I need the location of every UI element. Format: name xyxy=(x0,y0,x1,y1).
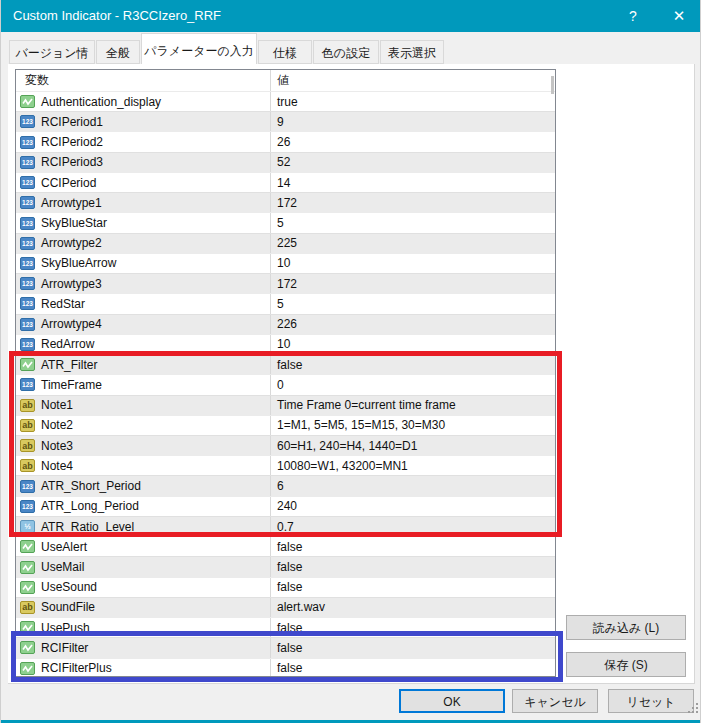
int-type-icon: 123 xyxy=(20,378,35,391)
param-value-cell[interactable]: 52 xyxy=(270,153,555,172)
param-value-cell[interactable]: false xyxy=(270,618,555,637)
table-body: Authentication_displaytrue123RCIPeriod19… xyxy=(16,91,555,677)
table-scrollbar[interactable] xyxy=(551,76,554,94)
param-value-cell[interactable]: true xyxy=(270,92,555,111)
param-name-cell: 123RedStar xyxy=(16,297,270,311)
ok-button[interactable]: OK xyxy=(399,689,505,713)
param-row-SoundFile[interactable]: abSoundFilealert.wav xyxy=(16,597,555,617)
param-row-SkyBlueArrow[interactable]: 123SkyBlueArrow10 xyxy=(16,253,555,273)
param-value-cell[interactable]: false xyxy=(270,355,555,374)
int-type-icon: 123 xyxy=(20,136,35,149)
param-name-cell: 123SkyBlueStar xyxy=(16,216,270,230)
string-type-icon: ab xyxy=(20,399,35,412)
param-value-cell[interactable]: false xyxy=(270,537,555,556)
param-name: RedStar xyxy=(41,297,85,311)
reset-button[interactable]: リセット xyxy=(608,689,694,713)
param-value-cell[interactable]: 5 xyxy=(270,294,555,313)
param-value-cell[interactable]: 14 xyxy=(270,173,555,192)
param-name-cell: 123RedArrow xyxy=(16,337,270,351)
bool-type-icon xyxy=(20,540,35,553)
close-icon[interactable]: ✕ xyxy=(659,0,699,32)
param-row-RCIFilter[interactable]: RCIFilterfalse xyxy=(16,637,555,657)
table-header-row: 変数 値 xyxy=(16,70,555,91)
param-row-ATR_Long_Period[interactable]: 123ATR_Long_Period240 xyxy=(16,496,555,516)
int-type-icon: 123 xyxy=(20,480,35,493)
tab-1[interactable]: 全般 xyxy=(96,40,140,64)
param-row-RCIPeriod3[interactable]: 123RCIPeriod352 xyxy=(16,152,555,172)
resize-grip-icon[interactable] xyxy=(688,703,699,714)
param-value-cell[interactable]: Time Frame 0=current time frame xyxy=(270,396,555,415)
tab-5[interactable]: 表示選択 xyxy=(380,40,444,64)
param-name: Note3 xyxy=(41,439,73,453)
param-row-Arrowtype1[interactable]: 123Arrowtype1172 xyxy=(16,192,555,212)
param-row-SkyBlueStar[interactable]: 123SkyBlueStar5 xyxy=(16,212,555,232)
param-value-cell[interactable]: 172 xyxy=(270,193,555,212)
param-value-cell[interactable]: 6 xyxy=(270,476,555,495)
param-value-cell[interactable]: 172 xyxy=(270,274,555,293)
param-value-cell[interactable]: 26 xyxy=(270,132,555,151)
cancel-button[interactable]: キャンセル xyxy=(512,689,598,713)
param-value-cell[interactable]: 10080=W1, 43200=MN1 xyxy=(270,456,555,475)
param-value-cell[interactable]: 10 xyxy=(270,254,555,273)
param-value-cell[interactable]: 60=H1, 240=H4, 1440=D1 xyxy=(270,436,555,455)
tab-3[interactable]: 仕様 xyxy=(258,40,312,64)
param-row-UseSound[interactable]: UseSoundfalse xyxy=(16,577,555,597)
param-row-ATR_Short_Period[interactable]: 123ATR_Short_Period6 xyxy=(16,475,555,495)
help-icon[interactable]: ? xyxy=(615,0,651,32)
param-row-Note4[interactable]: abNote410080=W1, 43200=MN1 xyxy=(16,455,555,475)
param-name-cell: 123RCIPeriod1 xyxy=(16,115,270,129)
param-row-RedStar[interactable]: 123RedStar5 xyxy=(16,293,555,313)
param-row-RCIPeriod2[interactable]: 123RCIPeriod226 xyxy=(16,131,555,151)
param-name-cell: RCIFilterPlus xyxy=(16,661,270,675)
column-header-variable: 変数 xyxy=(16,70,270,91)
param-row-UseMail[interactable]: UseMailfalse xyxy=(16,556,555,576)
column-header-value: 値 xyxy=(270,70,555,91)
param-value-cell[interactable]: 226 xyxy=(270,315,555,334)
tab-4[interactable]: 色の設定 xyxy=(313,40,379,64)
param-name: Authentication_display xyxy=(41,95,161,109)
custom-indicator-dialog: Custom Indicator - R3CCIzero_RRF ? ✕ バージ… xyxy=(0,0,701,723)
titlebar[interactable]: Custom Indicator - R3CCIzero_RRF ? ✕ xyxy=(1,0,701,32)
param-row-Note2[interactable]: abNote21=M1, 5=M5, 15=M15, 30=M30 xyxy=(16,415,555,435)
param-row-CCIPeriod[interactable]: 123CCIPeriod14 xyxy=(16,172,555,192)
param-row-Note1[interactable]: abNote1Time Frame 0=current time frame xyxy=(16,395,555,415)
param-row-Note3[interactable]: abNote360=H1, 240=H4, 1440=D1 xyxy=(16,435,555,455)
bool-type-icon xyxy=(20,621,35,634)
param-value-cell[interactable]: 0.7 xyxy=(270,517,555,536)
param-value-cell[interactable]: 1=M1, 5=M5, 15=M15, 30=M30 xyxy=(270,416,555,435)
param-value-cell[interactable]: 9 xyxy=(270,112,555,131)
param-row-UsePush[interactable]: UsePushfalse xyxy=(16,617,555,637)
param-value-cell[interactable]: false xyxy=(270,659,555,677)
param-row-RCIFilterPlus[interactable]: RCIFilterPlusfalse xyxy=(16,658,555,677)
param-row-ATR_Ratio_Level[interactable]: ½ATR_Ratio_Level0.7 xyxy=(16,516,555,536)
param-name-cell: 123Arrowtype3 xyxy=(16,277,270,291)
param-row-Arrowtype2[interactable]: 123Arrowtype2225 xyxy=(16,233,555,253)
param-value-cell[interactable]: 0 xyxy=(270,375,555,394)
param-row-RCIPeriod1[interactable]: 123RCIPeriod19 xyxy=(16,111,555,131)
param-row-TimeFrame[interactable]: 123TimeFrame0 xyxy=(16,374,555,394)
param-name: TimeFrame xyxy=(41,378,102,392)
param-value-cell[interactable]: false xyxy=(270,557,555,576)
param-value-cell[interactable]: 240 xyxy=(270,497,555,516)
save-button[interactable]: 保存 (S) xyxy=(566,652,686,677)
param-row-Arrowtype4[interactable]: 123Arrowtype4226 xyxy=(16,314,555,334)
param-value-cell[interactable]: false xyxy=(270,578,555,597)
param-value-cell[interactable]: 5 xyxy=(270,213,555,232)
double-type-icon: ½ xyxy=(20,520,35,533)
tab-2[interactable]: パラメーターの入力 xyxy=(141,33,257,64)
param-value-cell[interactable]: alert.wav xyxy=(270,598,555,617)
param-name: UseAlert xyxy=(41,540,87,554)
param-name-cell: 123SkyBlueArrow xyxy=(16,256,270,270)
param-row-Arrowtype3[interactable]: 123Arrowtype3172 xyxy=(16,273,555,293)
param-name: Arrowtype4 xyxy=(41,317,102,331)
tab-0[interactable]: バージョン情報 xyxy=(9,40,95,64)
param-value-cell[interactable]: 10 xyxy=(270,335,555,354)
param-value-cell[interactable]: 225 xyxy=(270,234,555,253)
param-row-ATR_Filter[interactable]: ATR_Filterfalse xyxy=(16,354,555,374)
param-row-UseAlert[interactable]: UseAlertfalse xyxy=(16,536,555,556)
param-row-RedArrow[interactable]: 123RedArrow10 xyxy=(16,334,555,354)
param-name: ATR_Short_Period xyxy=(41,479,141,493)
param-value-cell[interactable]: false xyxy=(270,638,555,657)
load-button[interactable]: 読み込み (L) xyxy=(566,615,686,640)
param-row-Authentication_display[interactable]: Authentication_displaytrue xyxy=(16,91,555,111)
